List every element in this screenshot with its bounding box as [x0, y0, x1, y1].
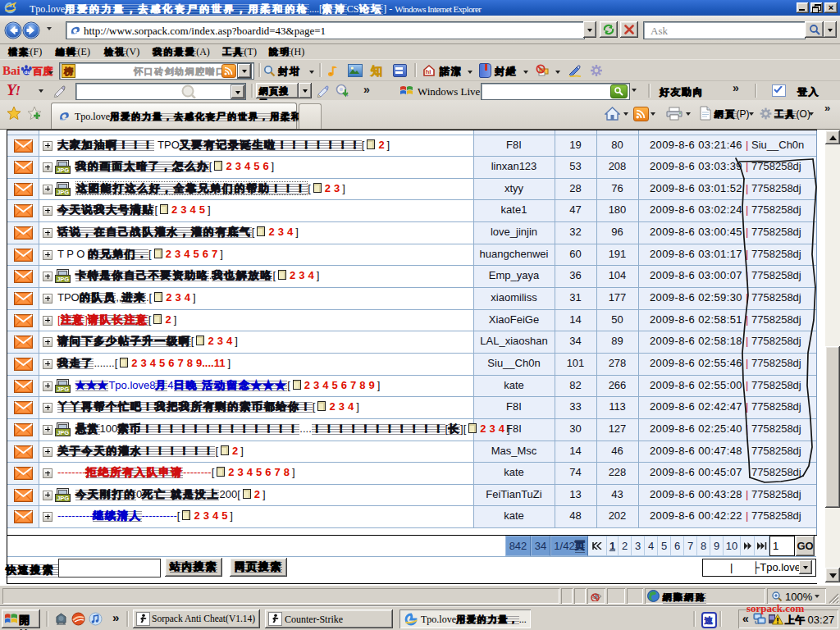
svg-text:du: du: [24, 70, 30, 75]
svg-text:hi: hi: [425, 68, 431, 75]
